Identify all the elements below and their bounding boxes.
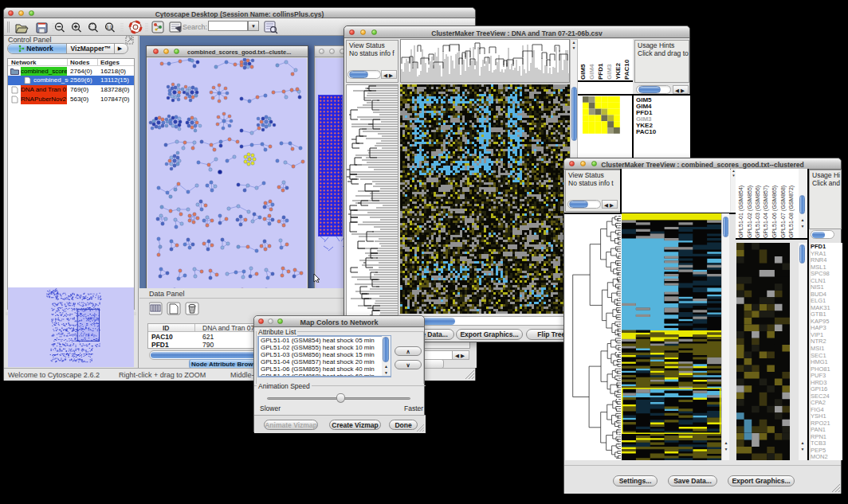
svg-text:1:1: 1:1 — [107, 25, 112, 29]
